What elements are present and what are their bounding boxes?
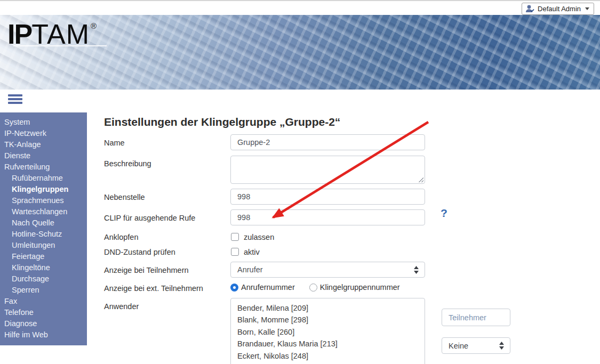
sidebar-item-nach-quelle[interactable]: Nach Quelle [0, 217, 87, 229]
list-item[interactable]: Born, Kalle [260] [237, 326, 418, 338]
dnd-checkbox[interactable] [231, 248, 239, 256]
select-updown-icon [413, 266, 419, 274]
radio-klingelgruppennummer[interactable] [309, 284, 317, 292]
list-item[interactable]: Bender, Milena [209] [237, 302, 418, 314]
sidebar-item-rufverteilung[interactable]: Rufverteilung [0, 161, 87, 173]
filter-select[interactable]: Keine [442, 337, 510, 354]
sidebar-item-sperren[interactable]: Sperren [0, 285, 87, 296]
header-banner: IPTAM® [0, 15, 600, 90]
list-item[interactable]: Eckert, Nikolas [248] [237, 350, 418, 362]
participants-input[interactable] [442, 309, 510, 326]
sidebar-item-ip-netzwerk[interactable]: IP-Netzwerk [0, 128, 87, 139]
registered-mark: ® [91, 21, 97, 30]
sidebar-item-warteschlangen[interactable]: Warteschlangen [0, 206, 87, 217]
description-textarea[interactable] [230, 156, 425, 184]
sidebar-item-tk-anlage[interactable]: TK-Anlage [0, 139, 87, 150]
dnd-option-label: aktiv [244, 248, 260, 256]
dnd-label: DND-Zustand prüfen [104, 248, 175, 256]
clip-label: CLIP für ausgehende Rufe [104, 214, 195, 222]
description-label: Beschreibung [104, 159, 151, 168]
sidebar-item-telefone[interactable]: Telefone [0, 307, 87, 318]
display-internal-label: Anzeige bei Teilnehmern [104, 266, 189, 274]
extension-label: Nebenstelle [104, 193, 145, 201]
call-waiting-label: Anklopfen [104, 233, 139, 241]
user-menu-button[interactable]: Default Admin [522, 3, 594, 15]
radio-klingelgruppennummer-label: Klingelgruppennummer [320, 283, 400, 292]
call-waiting-checkbox[interactable] [231, 233, 239, 241]
sidebar-item-hilfe-im-web[interactable]: Hilfe im Web [0, 329, 87, 341]
app-logo[interactable]: IPTAM® [7, 20, 97, 48]
radio-anrufernummer-label: Anrufernummer [241, 283, 295, 292]
sidebar-item-sprachmenues[interactable]: Sprachmenues [0, 195, 87, 206]
name-label: Name [104, 139, 125, 147]
sidebar-item-rufübernahme[interactable]: Rufübernahme [0, 173, 87, 184]
sidebar-item-fax[interactable]: Fax [0, 296, 87, 307]
sidebar-item-klingeltöne[interactable]: Klingeltöne [0, 262, 87, 273]
sidebar-nav: SystemIP-NetzwerkTK-AnlageDiensteRufvert… [0, 112, 87, 345]
radio-anrufernummer[interactable] [230, 284, 238, 292]
sidebar-item-klingelgruppen[interactable]: Klingelgruppen [0, 184, 87, 195]
top-bar: Default Admin [0, 0, 600, 15]
sidebar-item-system[interactable]: System [0, 117, 87, 128]
menu-toggle-icon[interactable] [8, 94, 22, 106]
clip-input[interactable] [230, 209, 425, 225]
logo-underline [13, 45, 107, 46]
display-external-label: Anzeige bei ext. Teilnehmern [104, 284, 203, 293]
name-input[interactable] [230, 134, 425, 150]
select-updown-icon [499, 342, 505, 350]
sidebar-item-umleitungen[interactable]: Umleitungen [0, 240, 87, 251]
list-item[interactable]: Finke, Mavra [227] [237, 362, 418, 364]
help-icon[interactable]: ? [441, 207, 447, 220]
list-item[interactable]: Blank, Momme [298] [237, 314, 418, 326]
user-menu-label: Default Admin [538, 5, 581, 13]
sidebar-item-hotline-schutz[interactable]: Hotline-Schutz [0, 229, 87, 240]
sidebar-item-dienste[interactable]: Dienste [0, 150, 87, 161]
sidebar-item-feiertage[interactable]: Feiertage [0, 251, 87, 262]
sidebar-item-durchsage[interactable]: Durchsage [0, 273, 87, 285]
call-waiting-option-label: zulassen [244, 233, 274, 241]
list-item[interactable]: Brandauer, Klaus Maria [213] [237, 338, 418, 350]
users-label: Anwender [104, 302, 139, 311]
display-internal-select[interactable]: Anrufer [230, 262, 425, 278]
resize-grip-icon[interactable] [418, 176, 423, 182]
chevron-down-icon [585, 7, 589, 10]
sidebar-item-diagnose[interactable]: Diagnose [0, 318, 87, 329]
page-title: Einstellungen der Klingelgruppe „Gruppe-… [104, 116, 340, 128]
user-check-icon [525, 5, 534, 13]
extension-input[interactable] [230, 189, 425, 205]
users-listbox[interactable]: Bender, Milena [209]Blank, Momme [298]Bo… [230, 298, 425, 364]
